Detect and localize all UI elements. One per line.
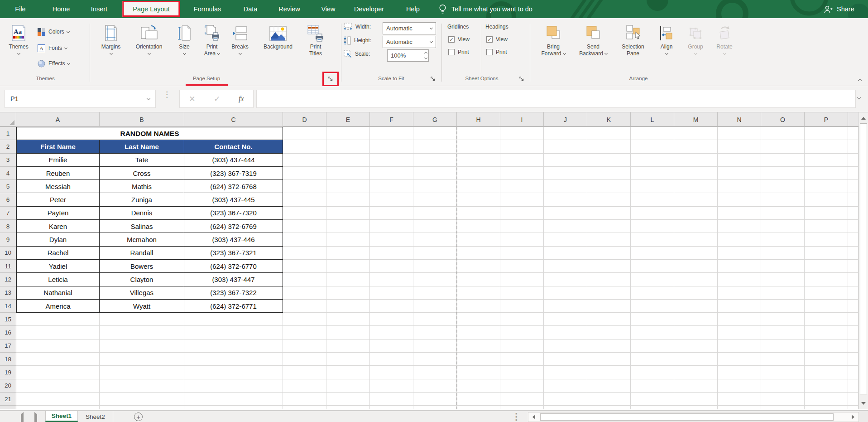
menu-tab-formulas[interactable]: Formulas [194, 0, 221, 18]
cell[interactable] [100, 379, 184, 393]
cell[interactable] [848, 353, 858, 366]
cell[interactable] [500, 286, 544, 300]
cell[interactable] [805, 167, 848, 180]
cell[interactable] [761, 313, 805, 326]
tab-splitter-handle[interactable]: ▪▪▪ [515, 412, 518, 422]
cell[interactable] [631, 193, 674, 206]
cell[interactable] [283, 220, 326, 233]
cell[interactable] [761, 286, 805, 300]
view-checkbox-checked[interactable]: ✓ [486, 36, 493, 43]
cell[interactable] [718, 353, 761, 366]
cell[interactable] [283, 193, 326, 206]
collapse-ribbon-button[interactable] [855, 76, 865, 83]
table-data-cell[interactable]: (624) 372-6769 [184, 220, 283, 233]
print-checkbox[interactable] [448, 49, 455, 55]
cell[interactable] [848, 220, 858, 233]
table-data-cell[interactable]: (323) 367-7322 [184, 286, 283, 300]
cell[interactable] [283, 127, 326, 140]
formula-bar-handle[interactable]: ⋮ [163, 92, 171, 97]
cell[interactable] [587, 366, 631, 379]
cell[interactable] [805, 273, 848, 286]
cell[interactable] [674, 313, 718, 326]
cell[interactable] [544, 247, 587, 260]
cell[interactable] [761, 260, 805, 273]
cell[interactable] [805, 353, 848, 366]
headings-print-checkbox-row[interactable]: Print [486, 49, 507, 55]
cell[interactable] [674, 193, 718, 206]
cell[interactable] [326, 127, 370, 140]
cell[interactable] [631, 313, 674, 326]
cell[interactable] [761, 366, 805, 379]
cell[interactable] [674, 220, 718, 233]
cell[interactable] [184, 379, 283, 393]
cell[interactable] [805, 207, 848, 220]
menu-tab-home[interactable]: Home [53, 0, 70, 18]
cell[interactable] [761, 207, 805, 220]
table-data-cell[interactable]: Mcmahon [100, 233, 184, 246]
cell[interactable] [718, 273, 761, 286]
cell[interactable] [631, 233, 674, 246]
column-header-c[interactable]: C [184, 112, 283, 127]
cell[interactable] [457, 326, 500, 339]
table-data-cell[interactable]: (323) 367-7321 [184, 247, 283, 260]
cell[interactable] [674, 379, 718, 393]
cell[interactable] [718, 154, 761, 167]
cell[interactable] [674, 233, 718, 246]
cell[interactable] [283, 154, 326, 167]
cell[interactable] [413, 167, 457, 180]
cell[interactable] [457, 393, 500, 406]
cell[interactable] [457, 247, 500, 260]
gridlines-print-checkbox-row[interactable]: Print [448, 49, 469, 55]
cell[interactable] [674, 154, 718, 167]
cell[interactable] [184, 340, 283, 353]
cell[interactable] [631, 393, 674, 406]
cell[interactable] [500, 340, 544, 353]
cell[interactable] [848, 180, 858, 193]
cell[interactable] [283, 393, 326, 406]
cell[interactable] [283, 286, 326, 300]
print-area-button[interactable]: PrintArea [199, 23, 225, 73]
new-sheet-button[interactable]: + [134, 412, 143, 421]
cell[interactable] [370, 313, 413, 326]
column-header-o[interactable]: O [761, 112, 805, 127]
cell[interactable] [370, 366, 413, 379]
column-header-f[interactable]: F [370, 112, 413, 127]
cell[interactable] [718, 233, 761, 246]
cell[interactable] [761, 379, 805, 393]
row-header-8[interactable]: 8 [0, 220, 16, 233]
column-header-n[interactable]: N [718, 112, 761, 127]
row-header-9[interactable]: 9 [0, 233, 16, 246]
cell[interactable] [631, 167, 674, 180]
cell[interactable] [587, 393, 631, 406]
menu-tab-view[interactable]: View [321, 0, 335, 18]
cell[interactable] [413, 273, 457, 286]
cell[interactable] [544, 140, 587, 153]
column-header-h[interactable]: H [457, 112, 500, 127]
cell[interactable] [631, 300, 674, 313]
cell[interactable] [413, 260, 457, 273]
cell[interactable] [587, 406, 631, 409]
scroll-left-button[interactable] [529, 412, 538, 422]
cell[interactable] [761, 247, 805, 260]
cell[interactable] [283, 326, 326, 339]
cell[interactable] [718, 406, 761, 409]
cell[interactable] [718, 193, 761, 206]
colors-button[interactable]: Colors [37, 27, 69, 36]
cell[interactable] [184, 353, 283, 366]
view-checkbox-checked[interactable]: ✓ [448, 36, 455, 43]
cell[interactable] [326, 167, 370, 180]
table-data-cell[interactable]: Cross [100, 167, 184, 180]
cell[interactable] [718, 286, 761, 300]
cell[interactable] [544, 127, 587, 140]
cell[interactable] [544, 340, 587, 353]
cell[interactable] [283, 233, 326, 246]
menu-tab-help[interactable]: Help [406, 0, 420, 18]
cell[interactable] [413, 220, 457, 233]
cell[interactable] [326, 154, 370, 167]
cell[interactable] [674, 393, 718, 406]
cell[interactable] [848, 340, 858, 353]
cell[interactable] [16, 326, 100, 339]
cell[interactable] [283, 140, 326, 153]
cell[interactable] [544, 233, 587, 246]
cell[interactable] [674, 180, 718, 193]
